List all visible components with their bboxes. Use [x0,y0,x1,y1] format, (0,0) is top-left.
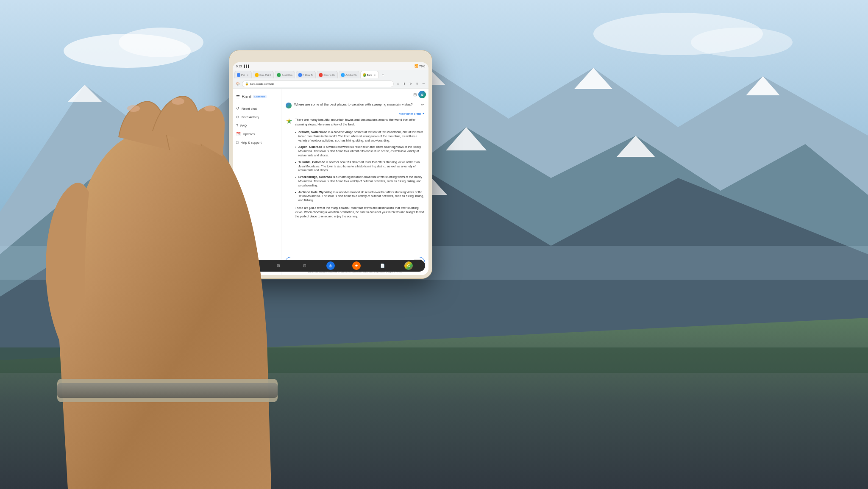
svg-point-4 [691,28,793,57]
tab-label-onepot: One-Pot C [259,74,271,76]
lock-icon: 🔒 [245,82,249,86]
new-tab-button[interactable]: + [380,72,386,78]
tab-favicon-adobe [341,73,345,77]
view-drafts-label: View other drafts [399,112,421,115]
svg-point-26 [204,106,215,111]
chrome-icon[interactable]: ◎ [326,261,335,270]
tab-favicon-bestclass [277,73,281,77]
tab-bestclass[interactable]: Best Clas [275,71,295,78]
tab-adobe[interactable]: Adobe Ph [339,71,359,78]
tab-howto[interactable]: F How To [296,71,316,78]
status-left: 9:13 ▐▐▐ [236,65,249,68]
tab-close-bard[interactable]: ✕ [373,73,376,77]
tab-label-adobe: Adobe Ph [345,74,356,76]
tab-label-bestclass: Best Clas [281,74,292,76]
svg-point-2 [119,28,203,57]
home-button[interactable]: 🏠 [235,81,240,86]
wifi-icon: 📶 [415,64,418,68]
tab-bar: Pet ✕ One-Pot C Best Clas F How To [233,70,428,79]
bookmark-button[interactable]: ☆ [395,81,401,86]
tab-label-pet: Pet [241,74,245,76]
apps-grid-icon[interactable]: ⊞ [413,92,417,97]
svg-point-25 [172,98,184,105]
battery-display: 79% [419,65,425,68]
tab-owens[interactable]: Owens Co [317,71,338,78]
user-avatar[interactable]: G [418,91,426,98]
download-button[interactable]: ⬇ [402,81,407,86]
refresh-button[interactable]: ↻ [408,81,413,86]
tab-onepot[interactable]: One-Pot C [253,71,274,78]
google-icon[interactable]: G [404,261,413,270]
tab-favicon-bard [363,73,366,77]
tab-close-pet[interactable]: ✕ [246,73,249,77]
tab-bard[interactable]: Bard ✕ [360,71,379,78]
share-button[interactable]: ⬆ [415,81,420,86]
tab-favicon-onepot [255,73,259,77]
files-icon[interactable]: 📄 [378,261,387,270]
tab-label-owens: Owens Co [323,74,335,76]
tab-favicon-howto [298,73,302,77]
tab-favicon-owens [319,73,323,77]
edit-icon[interactable]: ✏ [421,103,424,107]
chevron-down-icon: ▾ [423,112,424,115]
url-text: bard.google.com/u/1/ [250,83,274,85]
tab-label-howto: F How To [303,74,313,76]
signal-icon: ▐▐▐ [243,65,249,68]
tab-pet[interactable]: Pet ✕ [234,71,252,78]
tab-label-bard: Bard [367,74,373,76]
svg-point-24 [127,105,140,112]
assistant-icon[interactable]: ★ [352,261,361,270]
status-bar: 9:13 ▐▐▐ 📶 79% [233,62,428,70]
time-display: 9:13 [236,65,242,68]
address-actions: ☆ ⬇ ↻ ⬆ ⋯ [395,81,426,86]
svg-rect-23 [57,383,278,398]
tab-favicon-pet [237,73,240,77]
more-button[interactable]: ⋯ [421,81,426,86]
status-right: 📶 79% [415,64,425,68]
